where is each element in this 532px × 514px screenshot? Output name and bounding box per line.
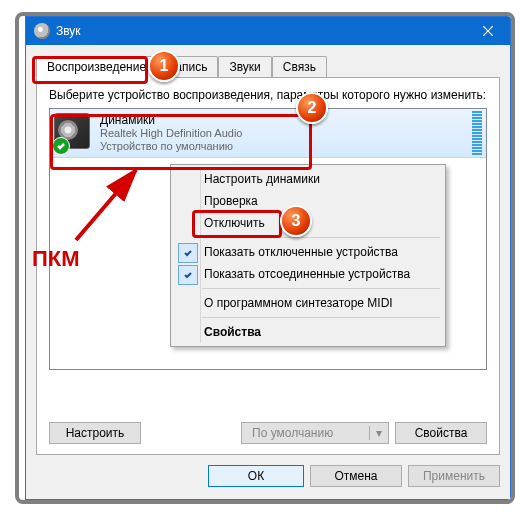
menu-separator [202,237,440,238]
configure-button[interactable]: Настроить [49,422,141,444]
chevron-down-icon: ▾ [369,426,382,440]
menu-separator [202,317,440,318]
menu-show-disabled[interactable]: Показать отключенные устройства [174,241,442,263]
tab-recording[interactable]: Запись [157,56,218,77]
menu-configure-speakers[interactable]: Настроить динамики [174,168,442,190]
check-icon [178,243,198,263]
ok-button[interactable]: ОК [208,465,304,487]
set-default-label: По умолчанию [252,426,333,440]
device-speakers[interactable]: Динамики Realtek High Definition Audio У… [50,109,486,158]
device-icon-wrap [54,113,94,153]
apply-button[interactable]: Применить [408,465,500,487]
level-meter [472,111,482,155]
menu-midi[interactable]: О программном синтезаторе MIDI [174,292,442,314]
dialog-buttons: ОК Отмена Применить [26,465,500,487]
menu-test[interactable]: Проверка [174,190,442,212]
panel-bottom-buttons: Настроить По умолчанию ▾ Свойства [49,422,487,444]
properties-button[interactable]: Свойства [395,422,487,444]
tab-playback[interactable]: Воспроизведение [36,56,157,78]
device-desc1: Realtek High Definition Audio [100,127,472,140]
context-menu: Настроить динамики Проверка Отключить По… [170,164,446,347]
tab-bar: Воспроизведение Запись Звуки Связь [36,53,510,77]
tab-sounds[interactable]: Звуки [218,56,271,77]
menu-show-disconnected[interactable]: Показать отсоединенные устройства [174,263,442,285]
menu-show-disabled-label: Показать отключенные устройства [204,245,398,259]
tab-communications[interactable]: Связь [272,56,327,77]
default-check-icon [52,137,70,155]
device-text: Динамики Realtek High Definition Audio У… [100,113,472,153]
cancel-button[interactable]: Отмена [310,465,402,487]
device-name: Динамики [100,113,472,127]
instruction-text: Выберите устройство воспроизведения, пар… [49,88,487,102]
set-default-button[interactable]: По умолчанию ▾ [241,422,389,444]
close-button[interactable] [465,17,510,45]
window-title: Звук [56,24,465,38]
menu-separator [202,288,440,289]
menu-show-disconnected-label: Показать отсоединенные устройства [204,267,410,281]
device-desc2: Устройство по умолчанию [100,140,472,153]
check-icon [178,265,198,285]
menu-disable[interactable]: Отключить [174,212,442,234]
titlebar: Звук [26,17,510,45]
menu-properties[interactable]: Свойства [174,321,442,343]
sound-icon [34,23,50,39]
